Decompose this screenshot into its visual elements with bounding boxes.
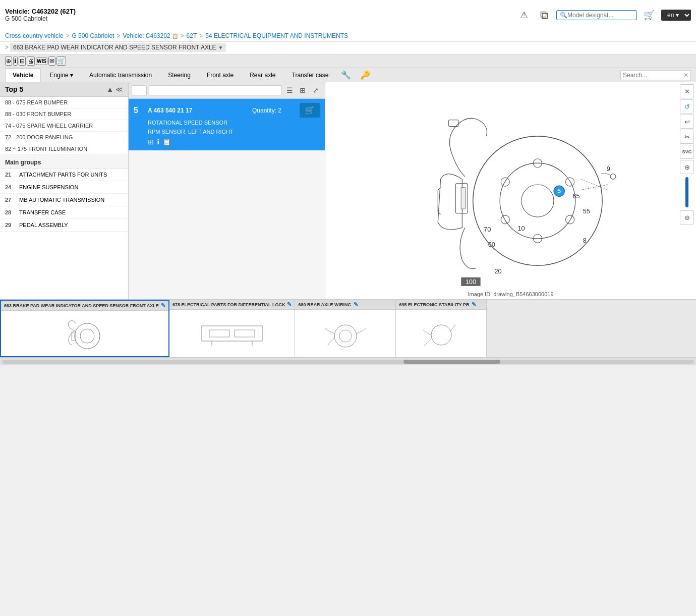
- diagram-zoom-out-btn[interactable]: ⊖: [680, 210, 694, 225]
- tab-rear-axle[interactable]: Rear axle: [242, 68, 283, 82]
- bottom-section-680: 680 REAR AXLE WIRING ✎: [295, 300, 396, 357]
- part-info-icon[interactable]: ℹ: [157, 138, 159, 146]
- history-btn[interactable]: ↺: [680, 99, 694, 114]
- print-btn[interactable]: 🖨: [27, 57, 35, 66]
- main-group-0[interactable]: 21 ATTACHMENT PARTS FOR UNITS: [0, 169, 128, 181]
- main-group-3[interactable]: 28 TRANSFER CASE: [0, 206, 128, 219]
- svg-point-1: [500, 163, 575, 239]
- main-group-2[interactable]: 27 MB AUTOMATIC TRANSMISSION: [0, 194, 128, 206]
- vehicle-copy-icon[interactable]: 📋: [172, 33, 178, 39]
- model-search-input[interactable]: [567, 12, 633, 19]
- scroll-bar-track: [2, 360, 694, 364]
- svg-line-12: [581, 179, 607, 190]
- basket-btn[interactable]: 🛒: [56, 57, 66, 66]
- grid-view-icon[interactable]: ⊞: [297, 84, 309, 96]
- main-group-1[interactable]: 24 ENGINE SUSPENSION: [0, 181, 128, 194]
- zoom-handle[interactable]: [685, 177, 688, 207]
- tab-automatic[interactable]: Automatic transmission: [82, 68, 159, 82]
- undo-btn[interactable]: ↩: [680, 115, 694, 129]
- breadcrumb-g500[interactable]: G 500 Cabriolet: [72, 32, 114, 39]
- part-table-icon[interactable]: ⊞: [148, 138, 154, 146]
- bottom-695-edit-icon[interactable]: ✎: [472, 301, 476, 308]
- breadcrumb-cross-country[interactable]: Cross-country vehicle: [5, 32, 63, 39]
- lang-select[interactable]: en ▾: [661, 10, 691, 21]
- bottom-695-title: 695 ELECTRONIC STABILITY PR: [399, 302, 469, 307]
- bottom-663-title: 663 BRAKE PAD WEAR INDICATOR AND SPEED S…: [4, 303, 159, 308]
- warning-icon-btn[interactable]: ⚠: [516, 7, 532, 23]
- cart-icon-btn[interactable]: 🛒: [641, 7, 657, 23]
- sidebar-item-1[interactable]: 88 - 030 FRONT BUMPER: [0, 108, 128, 120]
- tab-front-axle[interactable]: Front axle: [199, 68, 241, 82]
- svg-point-37: [431, 325, 451, 345]
- tab-engine[interactable]: Engine ▾: [42, 68, 81, 82]
- bottom-bar: 663 BRAKE PAD WEAR INDICATOR AND SPEED S…: [0, 299, 696, 357]
- bottom-663-thumb[interactable]: [1, 311, 168, 356]
- tab-search-clear[interactable]: ✕: [683, 72, 688, 79]
- tab-key-icon[interactable]: 🔑: [356, 68, 374, 82]
- breadcrumb-dropdown-icon[interactable]: ▼: [218, 45, 223, 50]
- parts-area: ☰ ⊞ ⤢ 5 A 463 540 21 17 Quantity: 2 🛒 RO…: [129, 82, 325, 299]
- part-number-input[interactable]: [132, 85, 147, 95]
- svg-text:9: 9: [607, 165, 610, 173]
- svg-point-27: [75, 323, 100, 349]
- bottom-678-title: 678 ELECTRICAL PARTS FOR DIFFERENTIAL LO…: [172, 302, 285, 307]
- svg-btn[interactable]: SVG: [680, 145, 694, 159]
- diagram-area: 5 9 55 65 70 60 10 8 20: [325, 82, 696, 299]
- fullscreen-icon[interactable]: ⤢: [310, 84, 322, 96]
- scroll-bar-thumb[interactable]: [403, 360, 500, 364]
- top-bar-icons: ⚠ ⧉ 🔍 🛒 en ▾: [516, 7, 691, 23]
- top-bar: Vehicle: C463202 (62T) G 500 Cabriolet ⚠…: [0, 0, 696, 30]
- copy-icon-btn[interactable]: ⧉: [536, 7, 552, 23]
- cart-icon: 🛒: [305, 106, 315, 115]
- part-doc-icon[interactable]: 📋: [162, 138, 171, 146]
- part-search-input[interactable]: [149, 85, 281, 95]
- breadcrumb-54[interactable]: 54 ELECTRICAL EQUIPMENT AND INSTRUMENTS: [205, 32, 348, 39]
- bottom-678-edit-icon[interactable]: ✎: [287, 301, 292, 308]
- svg-text:20: 20: [494, 267, 501, 275]
- sidebar-close-icon[interactable]: ≪: [115, 85, 123, 93]
- diagram-svg: 5 9 55 65 70 60 10 8 20: [325, 82, 696, 287]
- bottom-680-edit-icon[interactable]: ✎: [354, 301, 358, 308]
- wis-btn[interactable]: WIS: [36, 58, 47, 65]
- sidebar-item-4[interactable]: 82 ~ 175 FRONT ILLUMINATION: [0, 143, 128, 155]
- bottom-663-edit-icon[interactable]: ✎: [161, 302, 165, 309]
- sidebar-collapse-icon[interactable]: ▲: [106, 85, 113, 93]
- bottom-section-663: 663 BRAKE PAD WEAR INDICATOR AND SPEED S…: [0, 300, 169, 357]
- bottom-680-thumb[interactable]: [295, 310, 395, 357]
- tab-wrench-icon[interactable]: 🔧: [337, 68, 355, 82]
- svg-text:60: 60: [488, 241, 495, 248]
- close-diagram-btn[interactable]: ✕: [680, 84, 694, 98]
- sidebar-item-0[interactable]: 88 - 075 REAR BUMPER: [0, 97, 128, 108]
- mail-btn[interactable]: ✉: [48, 57, 55, 66]
- vehicle-name: G 500 Cabriolet: [5, 15, 511, 22]
- cut-btn[interactable]: ✂: [680, 130, 694, 144]
- bottom-695-thumb[interactable]: [396, 310, 486, 357]
- svg-text:70: 70: [484, 226, 491, 233]
- scroll-bar-area: [0, 357, 696, 365]
- vehicle-id: Vehicle: C463202 (62T): [5, 8, 511, 15]
- top5-title: Top 5: [5, 85, 23, 93]
- tab-search-input[interactable]: [623, 72, 683, 79]
- svg-point-2: [521, 185, 554, 217]
- part-desc1: ROTATIONAL SPEED SENSOR: [134, 120, 320, 126]
- tab-steering[interactable]: Steering: [160, 68, 198, 82]
- current-breadcrumb-text: 663 BRAKE PAD WEAR INDICATOR AND SPEED S…: [13, 44, 216, 51]
- add-to-cart-btn[interactable]: 🛒: [300, 103, 320, 118]
- filter-btn[interactable]: ⊟: [19, 57, 26, 66]
- svg-rect-11: [461, 187, 466, 209]
- diagram-zoom-in-btn[interactable]: ⊕: [680, 160, 694, 174]
- sidebar-item-2[interactable]: 74 - 075 SPARE WHEEL CARRIER: [0, 120, 128, 132]
- info-btn[interactable]: ℹ: [13, 57, 18, 66]
- breadcrumb-62t[interactable]: 62T: [187, 32, 197, 39]
- tab-transfer[interactable]: Transfer case: [284, 68, 336, 82]
- zoom-in-btn[interactable]: ⊕: [5, 57, 12, 66]
- part-item-0: 5 A 463 540 21 17 Quantity: 2 🛒 ROTATION…: [129, 99, 325, 150]
- main-group-4[interactable]: 29 PEDAL ASSEMBLY: [0, 219, 128, 232]
- breadcrumb-vehicle[interactable]: Vehicle: C463202: [123, 32, 170, 39]
- bottom-678-thumb[interactable]: [169, 310, 295, 357]
- sidebar-item-3[interactable]: 72 - 200 DOOR PANELING: [0, 132, 128, 143]
- svg-line-13: [581, 185, 607, 190]
- tab-vehicle[interactable]: Vehicle: [5, 68, 41, 82]
- list-view-icon[interactable]: ☰: [283, 84, 296, 96]
- svg-rect-32: [235, 330, 255, 337]
